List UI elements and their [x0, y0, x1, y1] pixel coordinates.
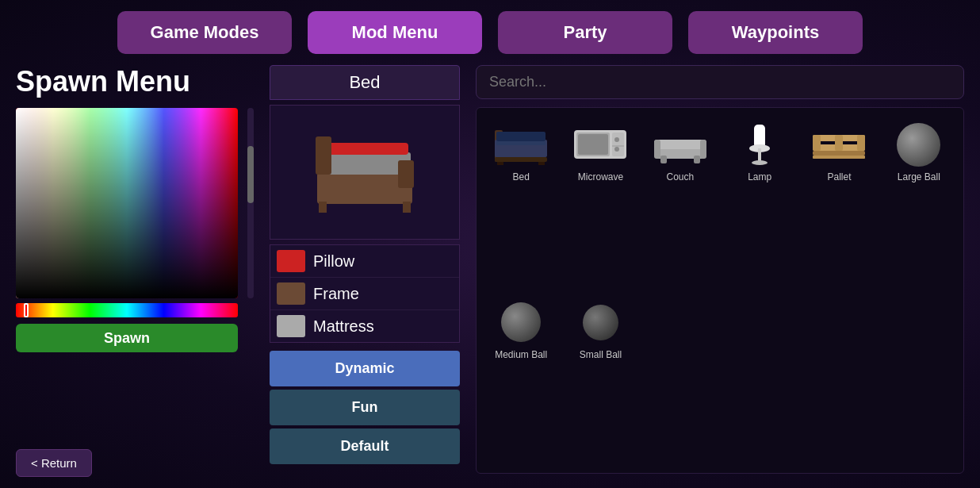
svg-rect-36: [813, 151, 865, 156]
svg-rect-5: [319, 202, 327, 213]
small-ball-label: Small Ball: [580, 349, 622, 360]
nav-waypoints[interactable]: Waypoints: [688, 11, 863, 54]
grid-item-microwave[interactable]: Microwave: [564, 116, 637, 287]
mode-dynamic-btn[interactable]: Dynamic: [270, 351, 460, 386]
color-picker[interactable]: [16, 108, 254, 298]
svg-rect-16: [578, 134, 608, 155]
mode-buttons: Dynamic Fun Default: [270, 351, 460, 464]
svg-rect-4: [398, 160, 414, 188]
return-button[interactable]: < Return: [16, 449, 92, 477]
svg-rect-11: [495, 157, 547, 162]
top-nav: Game Modes Mod Menu Party Waypoints: [0, 0, 980, 65]
mattress-swatch: [277, 315, 305, 337]
grid-item-large-ball[interactable]: Large Ball: [882, 116, 955, 287]
pillow-label: Pillow: [313, 252, 354, 271]
item-name-header: Bed: [270, 65, 460, 100]
spawn-button[interactable]: Spawn: [16, 324, 238, 352]
medium-ball-icon: [489, 298, 553, 346]
color-parts-list: Pillow Frame Mattress: [270, 244, 460, 343]
spawn-menu-title: Spawn Menu: [16, 65, 254, 98]
middle-panel: Bed: [270, 65, 460, 474]
svg-rect-17: [612, 133, 624, 156]
color-item-pillow[interactable]: Pillow: [270, 245, 459, 278]
svg-point-19: [614, 147, 619, 152]
svg-rect-3: [316, 136, 331, 175]
svg-rect-6: [403, 202, 411, 213]
svg-rect-22: [654, 140, 706, 149]
svg-rect-25: [660, 156, 667, 163]
nav-mod-menu[interactable]: Mod Menu: [308, 11, 482, 54]
large-ball-label: Large Ball: [898, 171, 940, 183]
bed-label: Bed: [512, 171, 529, 183]
svg-rect-13: [538, 162, 545, 165]
large-ball-icon: [887, 121, 951, 168]
color-saturation-area[interactable]: [16, 108, 238, 298]
grid-item-couch[interactable]: Couch: [644, 116, 717, 287]
color-item-frame[interactable]: Frame: [270, 278, 459, 310]
mode-default-btn[interactable]: Default: [270, 428, 460, 464]
bed-icon: [489, 121, 553, 168]
mode-fun-btn[interactable]: Fun: [270, 390, 460, 425]
couch-label: Couch: [666, 171, 694, 183]
lamp-label: Lamp: [748, 171, 771, 183]
lamp-icon: [728, 121, 791, 168]
couch-icon: [649, 121, 712, 168]
item-preview: [270, 105, 460, 240]
svg-rect-12: [497, 162, 503, 165]
grid-item-small-ball[interactable]: Small Ball: [564, 294, 637, 465]
svg-rect-33: [813, 135, 821, 151]
frame-swatch: [277, 282, 305, 305]
mattress-label: Mattress: [313, 317, 374, 336]
svg-rect-1: [319, 152, 411, 175]
small-ball-icon: [568, 298, 632, 346]
svg-point-30: [752, 160, 768, 165]
svg-rect-26: [694, 156, 700, 163]
search-input[interactable]: [476, 65, 964, 99]
svg-rect-24: [700, 140, 706, 159]
items-grid: Bed Micro: [476, 107, 964, 474]
svg-rect-20: [612, 145, 624, 147]
hue-indicator: [24, 303, 29, 317]
svg-rect-10: [496, 141, 546, 145]
color-scrollbar-thumb: [247, 146, 254, 203]
pallet-label: Pallet: [827, 171, 851, 183]
grid-item-pallet[interactable]: Pallet: [802, 116, 875, 287]
microwave-icon: [568, 121, 632, 168]
hue-slider[interactable]: [16, 303, 238, 317]
left-panel: Spawn Menu Spawn: [16, 65, 254, 474]
pillow-swatch: [277, 250, 305, 272]
nav-game-modes[interactable]: Game Modes: [117, 11, 292, 54]
svg-rect-37: [813, 156, 865, 159]
bed-preview-svg: [309, 129, 420, 216]
grid-item-medium-ball[interactable]: Medium Ball: [484, 294, 557, 465]
color-scrollbar[interactable]: [247, 108, 254, 298]
grid-item-lamp[interactable]: Lamp: [723, 116, 796, 287]
svg-rect-35: [857, 135, 865, 151]
large-ball-shape: [897, 123, 940, 167]
small-ball-shape: [583, 305, 618, 340]
svg-rect-9: [496, 132, 546, 141]
grid-item-bed[interactable]: Bed: [484, 116, 557, 287]
main-area: Spawn Menu Spawn Bed: [0, 65, 980, 474]
medium-ball-label: Medium Ball: [495, 349, 547, 360]
microwave-label: Microwave: [578, 171, 623, 183]
svg-rect-34: [835, 135, 843, 151]
nav-party[interactable]: Party: [498, 11, 672, 54]
svg-point-18: [614, 137, 619, 142]
svg-rect-23: [654, 140, 660, 159]
pallet-icon: [807, 121, 871, 168]
right-panel: Bed Micro: [476, 65, 964, 474]
medium-ball-shape: [501, 302, 541, 342]
svg-rect-2: [321, 143, 408, 155]
frame-label: Frame: [313, 285, 359, 303]
color-item-mattress[interactable]: Mattress: [270, 310, 459, 342]
saturation-overlay: [16, 108, 238, 298]
